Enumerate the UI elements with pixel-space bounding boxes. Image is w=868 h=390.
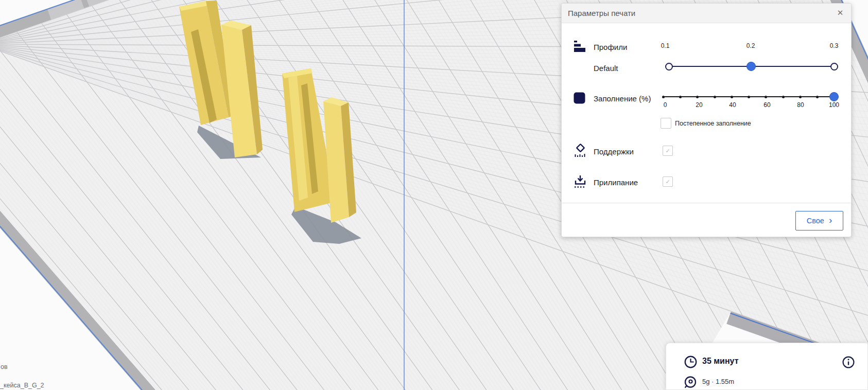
profile-tick-0.3: 0.3 (830, 42, 839, 49)
infill-icon (574, 92, 585, 104)
profile-tick-0.2: 0.2 (747, 42, 755, 49)
infill-tick-20: 20 (696, 101, 702, 109)
infill-tick-0: 0 (664, 101, 667, 109)
profile-slider-handle-min[interactable] (665, 63, 673, 70)
adhesion-label: Прилипание (594, 178, 638, 187)
object-list-item[interactable]: _кейса_B_G_2 (0, 382, 44, 389)
infill-tick-80: 80 (797, 101, 804, 109)
gradual-infill-checkbox[interactable] (661, 118, 671, 129)
print-stats-panel: 35 минут 5g · 1.55m (666, 343, 868, 390)
custom-settings-button[interactable]: Свое › (795, 211, 843, 231)
gradual-infill-label: Постепенное заполнение (675, 120, 751, 127)
infill-label: Заполнение (%) (594, 94, 651, 103)
panel-footer-divider (562, 203, 851, 203)
custom-settings-label: Свое (807, 217, 824, 225)
profile-tick-0.1: 0.1 (661, 42, 670, 49)
infill-tick-60: 60 (763, 101, 770, 109)
supports-checkbox[interactable]: ✓ (663, 146, 673, 156)
supports-icon (574, 144, 587, 157)
adhesion-icon (574, 174, 587, 189)
infill-tick-40: 40 (729, 101, 736, 109)
chevron-right-icon: › (829, 217, 832, 224)
panel-header: Параметры печати ✕ (562, 4, 851, 23)
infill-slider-handle[interactable] (829, 92, 839, 101)
material-usage: 5g · 1.55m (702, 378, 734, 385)
infill-tick-100: 100 (829, 101, 839, 109)
adhesion-checkbox[interactable]: ✓ (663, 176, 673, 187)
cura-window: ов _кейса_B_G_2 Параметры печати ✕ Профи… (0, 0, 868, 390)
info-icon[interactable] (842, 356, 855, 369)
supports-label: Поддержки (594, 147, 634, 156)
clock-icon (684, 355, 698, 369)
profile-slider-handle-max[interactable] (830, 63, 838, 70)
print-settings-panel: Параметры печати ✕ Профили 0.1 0.2 0.3 D… (561, 3, 852, 237)
close-icon[interactable]: ✕ (835, 7, 846, 19)
panel-title: Параметры печати (568, 9, 635, 17)
profiles-label: Профили (594, 43, 627, 51)
layer-height-icon (574, 40, 586, 52)
profile-slider-handle-current[interactable] (747, 62, 756, 71)
profile-name: Default (594, 64, 618, 73)
material-spool-icon (684, 376, 697, 389)
print-time: 35 минут (702, 357, 739, 366)
object-list-item[interactable]: ов (1, 363, 8, 370)
